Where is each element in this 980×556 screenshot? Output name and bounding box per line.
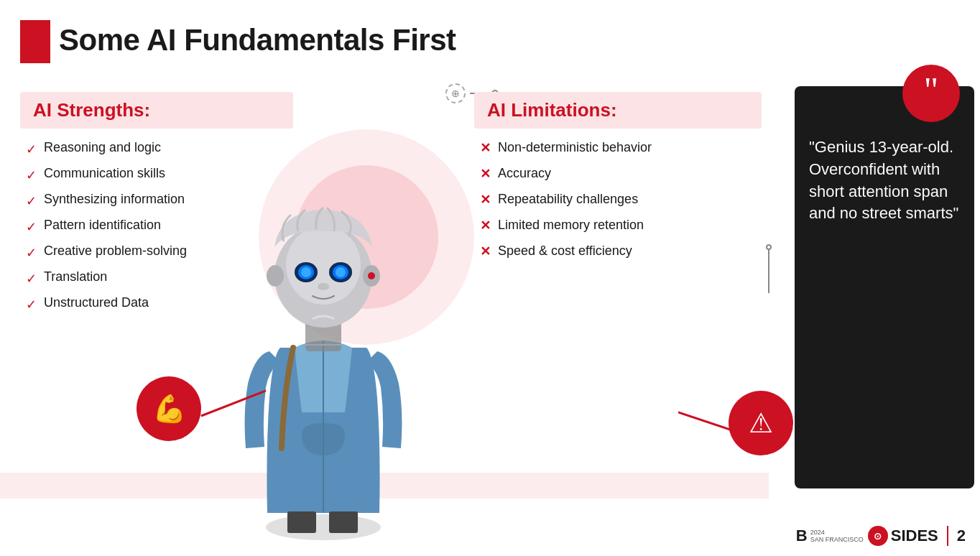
svg-rect-21 (329, 511, 358, 533)
strength-item-3: Synthesizing information (44, 192, 185, 207)
bsides-b-letter: B (796, 527, 808, 545)
quote-text: "Genius 13-year-old. Overconfident with … (809, 136, 960, 225)
list-item: ✕ Accuracy (480, 166, 762, 182)
top-accent-bar (20, 20, 50, 63)
move-icon: ⊕ (445, 83, 466, 103)
strength-item-2: Communication skills (44, 166, 165, 181)
list-item: ✕ Speed & cost efficiency (480, 244, 762, 259)
check-icon: ✓ (26, 245, 37, 261)
check-icon: ✓ (26, 142, 37, 157)
bsides-city: SAN FRANCISCO (810, 536, 864, 543)
check-icon: ✓ (26, 167, 37, 183)
limitations-heading: AI Limitations: (487, 99, 749, 121)
limitation-item-4: Limited memory retention (498, 218, 644, 233)
limitation-item-1: Non-deterministic behavior (498, 140, 652, 155)
strength-item-1: Reasoning and logic (44, 140, 161, 155)
strength-circle: 💪 (137, 376, 201, 441)
limitation-item-2: Accuracy (498, 166, 551, 181)
quote-mark-icon: " (924, 72, 938, 108)
warning-circle: ⚠ (729, 391, 793, 455)
robot-svg (216, 125, 431, 542)
bsides-sides-text: SIDES (891, 527, 938, 545)
list-item: ✕ Non-deterministic behavior (480, 140, 762, 156)
bsides-logo: B 2024 SAN FRANCISCO ⊙ SIDES (796, 526, 938, 546)
bsides-circle-icon: ⊙ (868, 526, 888, 546)
vertical-connector (766, 244, 772, 293)
svg-point-7 (286, 226, 361, 305)
muscle-icon: 💪 (152, 393, 186, 425)
svg-point-19 (368, 272, 375, 279)
footer-page-number: 2 (957, 527, 966, 545)
svg-point-14 (295, 262, 318, 282)
v-line (768, 250, 769, 293)
list-item: ✕ Limited memory retention (480, 218, 762, 233)
strengths-heading: AI Strengths: (33, 99, 280, 121)
limitations-panel: AI Limitations: ✕ Non-deterministic beha… (474, 92, 762, 269)
quote-mark-circle: " (902, 65, 960, 122)
strength-item-6: Translation (44, 269, 107, 284)
svg-point-15 (329, 262, 352, 282)
strength-item-7: Unstructured Data (44, 295, 149, 310)
strength-item-4: Pattern identification (44, 218, 161, 233)
check-icon: ✓ (26, 193, 37, 209)
limitations-header: AI Limitations: (474, 92, 762, 129)
svg-point-0 (266, 514, 381, 540)
limitations-list: ✕ Non-deterministic behavior ✕ Accuracy … (474, 140, 762, 259)
check-icon: ✓ (26, 271, 37, 287)
page-title: Some AI Fundamentals First (59, 23, 456, 57)
quote-panel: " "Genius 13-year-old. Overconfident wit… (795, 86, 974, 488)
svg-point-17 (267, 265, 284, 287)
check-icon: ✓ (26, 219, 37, 235)
v-dot-top (766, 244, 772, 250)
footer-divider (947, 526, 948, 546)
limitation-item-3: Repeatability challenges (498, 192, 638, 207)
svg-point-16 (318, 283, 329, 290)
strength-item-5: Creative problem-solving (44, 244, 187, 259)
limitation-item-5: Speed & cost efficiency (498, 244, 632, 259)
bsides-year: 2024 (810, 529, 864, 536)
svg-rect-20 (287, 511, 316, 533)
check-icon: ✓ (26, 297, 37, 312)
list-item: ✕ Repeatability challenges (480, 192, 762, 208)
footer: B 2024 SAN FRANCISCO ⊙ SIDES 2 (796, 526, 966, 546)
warning-icon: ⚠ (749, 407, 773, 439)
robot-illustration (216, 125, 503, 556)
